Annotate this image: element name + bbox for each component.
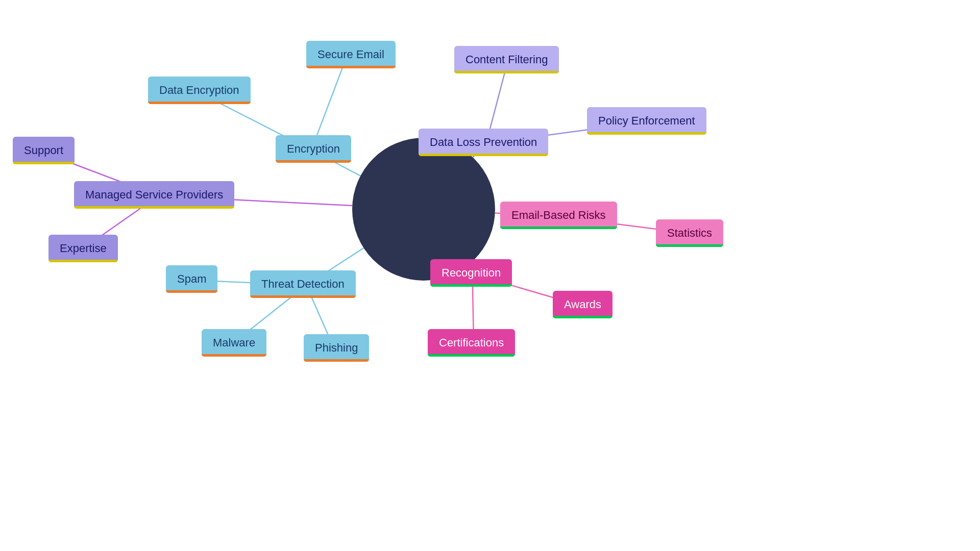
node-spam[interactable]: Spam bbox=[166, 265, 217, 293]
node-expertise[interactable]: Expertise bbox=[48, 235, 118, 262]
node-policy-enforcement[interactable]: Policy Enforcement bbox=[587, 107, 706, 135]
node-phishing[interactable]: Phishing bbox=[304, 334, 369, 362]
node-secure-email[interactable]: Secure Email bbox=[306, 41, 396, 68]
node-recognition[interactable]: Recognition bbox=[430, 259, 512, 287]
node-certifications[interactable]: Certifications bbox=[428, 329, 515, 357]
node-data-loss-prevention[interactable]: Data Loss Prevention bbox=[419, 129, 548, 156]
node-awards[interactable]: Awards bbox=[553, 291, 612, 318]
node-support[interactable]: Support bbox=[13, 137, 75, 164]
node-threat-detection[interactable]: Threat Detection bbox=[250, 270, 356, 298]
node-encryption[interactable]: Encryption bbox=[276, 135, 351, 163]
node-data-encryption[interactable]: Data Encryption bbox=[148, 77, 251, 104]
node-statistics[interactable]: Statistics bbox=[656, 219, 723, 247]
node-managed-service-providers[interactable]: Managed Service Providers bbox=[74, 181, 234, 209]
node-email-based-risks[interactable]: Email-Based Risks bbox=[500, 202, 617, 229]
node-malware[interactable]: Malware bbox=[202, 329, 266, 357]
node-content-filtering[interactable]: Content Filtering bbox=[454, 46, 559, 73]
